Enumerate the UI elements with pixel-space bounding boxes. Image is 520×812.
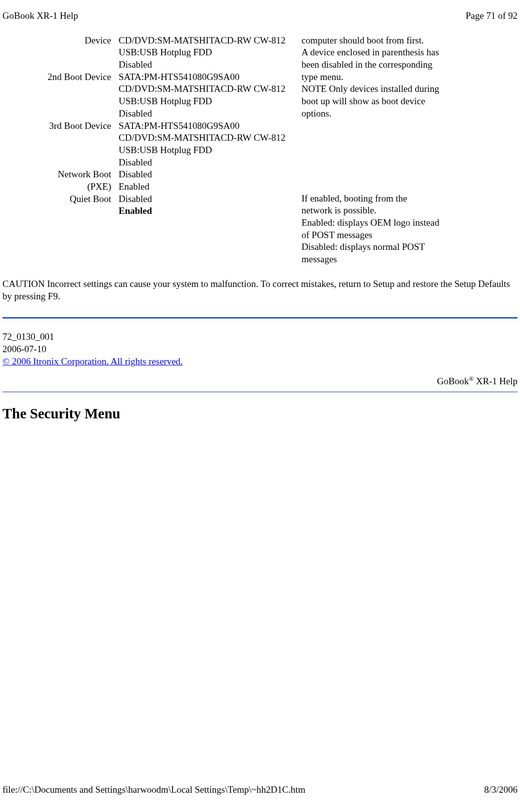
- boot-row-options-2: SATA:PM-HTS541080G9SA00 CD/DVD:SM-MATSHI…: [119, 120, 292, 169]
- doc-part-number: 72_0130_001: [2, 331, 518, 343]
- boot-row-options-4a: Disabled: [119, 194, 152, 204]
- header-left: GoBook XR-1 Help: [2, 10, 78, 22]
- header-right: Page 71 of 92: [466, 10, 518, 22]
- brand-suffix: XR-1 Help: [474, 376, 518, 387]
- divider-thick: [2, 317, 518, 319]
- divider-thin: [2, 392, 518, 392]
- boot-row-label-1: 2nd Boot Device: [40, 71, 119, 120]
- boot-row-options-3: Disabled Enabled: [119, 168, 292, 193]
- boot-row-options-4b: Enabled: [119, 205, 152, 216]
- doc-date: 2006-07-10: [2, 343, 518, 356]
- footer-left: file://C:\Documents and Settings\harwood…: [2, 784, 305, 796]
- brand-label: GoBook® XR-1 Help: [2, 375, 518, 388]
- section-header: The Security Menu: [2, 405, 518, 423]
- boot-row-label-0: Device: [40, 35, 119, 71]
- copyright-link[interactable]: © 2006 Itronix Corporation. All rights r…: [2, 356, 183, 366]
- boot-row-options-1: SATA:PM-HTS541080G9SA00 CD/DVD:SM-MATSHI…: [119, 71, 292, 120]
- brand-reg: ®: [469, 375, 474, 382]
- boot-right-0: computer should boot from first. A devic…: [302, 35, 440, 193]
- footer-right: 8/3/2006: [484, 784, 518, 796]
- boot-right-1: If enabled, booting from the network is …: [302, 193, 440, 217]
- boot-row-label-3: Network Boot (PXE): [40, 168, 119, 193]
- boot-row-label-2: 3rd Boot Device: [40, 120, 119, 169]
- brand-prefix: GoBook: [437, 376, 469, 387]
- caution-text: CAUTION Incorrect settings can cause you…: [2, 278, 518, 302]
- boot-right-2: Enabled: displays OEM logo instead of PO…: [302, 217, 440, 266]
- boot-row-label-4: Quiet Boot: [40, 193, 119, 217]
- boot-row-options-0: CD/DVD:SM-MATSHITACD-RW CW-812 USB:USB H…: [119, 35, 292, 71]
